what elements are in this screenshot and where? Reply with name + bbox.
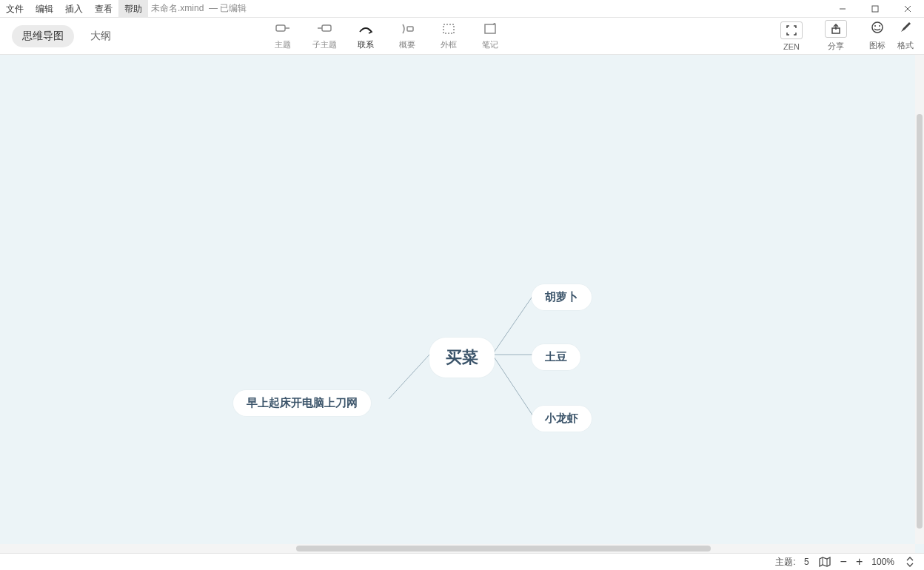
summary-icon: [400, 21, 415, 36]
horizontal-scrollbar[interactable]: [0, 544, 915, 553]
menu-insert[interactable]: 插入: [59, 0, 89, 18]
subtopic-icon: [317, 21, 332, 36]
toolbar: 思维导图 大纲 主题 子主题 联系 概要: [0, 18, 924, 55]
node-root-left[interactable]: 早上起床开电脑上刀网: [233, 390, 371, 416]
node-child-1[interactable]: 胡萝卜: [532, 284, 592, 310]
smiley-icon: [871, 21, 884, 37]
relation-icon: [358, 21, 373, 36]
vertical-scrollbar[interactable]: [915, 55, 924, 544]
topic-button[interactable]: 主题: [262, 21, 304, 50]
svg-rect-1: [872, 6, 878, 12]
zoom-out-button[interactable]: −: [840, 555, 847, 569]
menu-file[interactable]: 文件: [0, 0, 30, 18]
zoom-stepper[interactable]: [903, 555, 917, 569]
svg-point-16: [879, 25, 880, 27]
node-child-2[interactable]: 土豆: [532, 344, 580, 370]
summary-button[interactable]: 概要: [386, 21, 428, 50]
map-icon: [818, 555, 831, 569]
minimize-button[interactable]: [826, 0, 859, 18]
tab-outline[interactable]: 大纲: [80, 25, 121, 47]
tab-mindmap[interactable]: 思维导图: [12, 25, 74, 47]
connector-lines: [0, 55, 924, 553]
svg-rect-8: [407, 27, 413, 31]
zen-icon: [780, 21, 803, 39]
boundary-icon: [442, 21, 455, 36]
zoom-level[interactable]: 100%: [871, 557, 894, 567]
document-title: 未命名.xmind — 已编辑: [151, 2, 247, 15]
menu-edit[interactable]: 编辑: [30, 0, 59, 18]
topic-count: 主题: 5: [775, 556, 808, 569]
status-bar: 主题: 5 − + 100%: [0, 553, 924, 570]
stepper-icon: [903, 555, 917, 569]
node-central[interactable]: 买菜: [429, 338, 495, 378]
share-button[interactable]: 分享: [825, 20, 847, 52]
topic-icon: [275, 21, 290, 36]
mindmap-canvas[interactable]: 早上起床开电脑上刀网 买菜 胡萝卜 土豆 小龙虾: [0, 55, 924, 553]
format-button[interactable]: 格式: [897, 21, 914, 51]
brush-icon: [899, 21, 912, 37]
node-child-3[interactable]: 小龙虾: [532, 406, 592, 432]
svg-rect-4: [276, 25, 285, 31]
map-overview-button[interactable]: [818, 555, 831, 569]
menu-bar: 文件 编辑 插入 查看 帮助 未命名.xmind — 已编辑: [0, 0, 924, 18]
relation-button[interactable]: 联系: [345, 21, 386, 50]
note-button[interactable]: 笔记: [469, 21, 511, 50]
boundary-button[interactable]: 外框: [428, 21, 469, 50]
close-button[interactable]: [891, 0, 924, 18]
svg-point-15: [874, 25, 876, 27]
zoom-in-button[interactable]: +: [856, 555, 863, 569]
svg-rect-10: [485, 24, 495, 33]
zen-button[interactable]: ZEN: [780, 21, 803, 51]
svg-line-18: [492, 295, 533, 355]
share-icon: [825, 20, 847, 38]
note-icon: [483, 21, 497, 36]
icon-library-button[interactable]: 图标: [869, 21, 886, 51]
svg-rect-7: [322, 25, 331, 31]
subtopic-button[interactable]: 子主题: [304, 21, 345, 50]
maximize-button[interactable]: [859, 0, 891, 18]
svg-rect-9: [443, 24, 454, 33]
window-controls: [826, 0, 924, 18]
svg-line-17: [389, 355, 429, 399]
menu-view[interactable]: 查看: [89, 0, 118, 18]
menu-help[interactable]: 帮助: [118, 0, 148, 18]
svg-point-14: [872, 22, 883, 33]
svg-line-20: [492, 355, 533, 416]
